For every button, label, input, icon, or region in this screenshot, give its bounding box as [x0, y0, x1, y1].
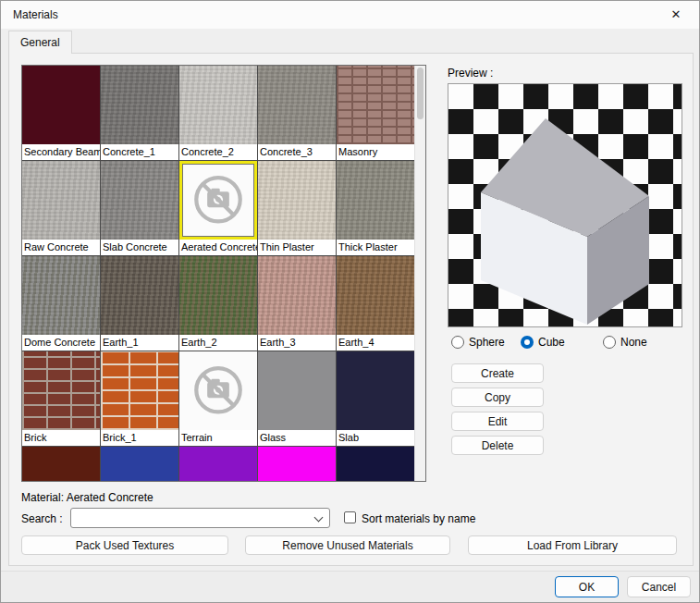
material-thumbnail — [258, 447, 336, 481]
edit-button[interactable]: Edit — [451, 412, 544, 431]
chevron-down-icon[interactable] — [314, 513, 324, 523]
material-thumbnail — [337, 161, 414, 240]
radio-none-icon — [603, 336, 616, 349]
radio-sphere-label: Sphere — [469, 336, 505, 349]
radio-cube-icon — [521, 336, 534, 349]
materials-grid: Secondary BeamConcrete_1Concrete_2Concre… — [22, 66, 414, 481]
material-thumbnail — [22, 66, 100, 144]
material-tile[interactable]: Slab Concrete — [101, 161, 178, 255]
material-tile[interactable]: Earth_3 — [258, 256, 336, 351]
material-name: Earth_1 — [101, 335, 178, 351]
preview-cube-render — [448, 84, 682, 326]
delete-button[interactable]: Delete — [451, 436, 544, 455]
material-tile[interactable]: Dome Concrete — [22, 256, 100, 351]
material-thumbnail — [179, 66, 257, 144]
cancel-button[interactable]: Cancel — [627, 576, 691, 597]
radio-none[interactable]: None — [603, 336, 647, 349]
material-tile[interactable]: Glass — [258, 351, 336, 446]
tab-general-label: General — [20, 36, 60, 49]
ok-button[interactable]: OK — [555, 576, 619, 597]
material-thumbnail — [101, 351, 178, 430]
material-thumbnail — [22, 447, 100, 481]
material-thumbnail — [22, 256, 100, 335]
material-tile[interactable]: Terrain — [179, 351, 257, 446]
missing-texture-icon — [179, 161, 257, 240]
close-icon[interactable]: ✕ — [658, 1, 694, 29]
material-tile[interactable]: Slab — [337, 351, 414, 446]
material-name: Thin Plaster — [258, 240, 336, 255]
titlebar: Materials ✕ — [1, 1, 699, 29]
materials-dialog: Materials ✕ General Secondary BeamConcre… — [0, 0, 700, 603]
material-tile[interactable]: Thick Plaster — [337, 161, 414, 255]
material-tile[interactable] — [258, 447, 336, 481]
material-tile[interactable]: Raw Concrete — [22, 161, 100, 255]
material-thumbnail — [337, 256, 414, 335]
current-material-label: Material: Aerated Concrete — [21, 491, 154, 504]
material-tile[interactable]: Concrete_1 — [101, 66, 178, 160]
material-tile[interactable]: Earth_1 — [101, 256, 178, 351]
material-tile[interactable]: Earth_2 — [179, 256, 257, 351]
preview-label: Preview : — [448, 67, 493, 80]
copy-button[interactable]: Copy — [451, 388, 544, 407]
material-tile[interactable]: Secondary Beam — [22, 66, 100, 160]
material-tile[interactable] — [101, 447, 178, 481]
material-tile[interactable]: Brick_1 — [101, 351, 178, 446]
material-thumbnail — [337, 66, 414, 144]
radio-cube-label: Cube — [538, 336, 565, 349]
material-name: Brick — [22, 430, 100, 446]
material-thumbnail — [179, 447, 257, 481]
material-tile[interactable]: Aerated Concrete — [179, 161, 257, 255]
material-name: Earth_4 — [337, 335, 414, 351]
material-name: Slab Concrete — [101, 240, 178, 255]
material-thumbnail — [258, 161, 336, 240]
material-tile[interactable]: Thin Plaster — [258, 161, 336, 255]
preview-viewport — [448, 83, 682, 327]
radio-cube[interactable]: Cube — [521, 336, 565, 349]
material-name: Slab — [337, 430, 414, 446]
search-label: Search : — [21, 512, 63, 525]
material-name: Raw Concrete — [22, 240, 100, 255]
material-thumbnail — [101, 66, 178, 144]
pack-used-textures-button[interactable]: Pack Used Textures — [21, 535, 228, 555]
scrollbar-thumb[interactable] — [417, 68, 424, 119]
material-name: Earth_2 — [179, 335, 257, 351]
material-name: Aerated Concrete — [179, 240, 257, 255]
tab-general[interactable]: General — [8, 31, 72, 54]
missing-texture-icon — [179, 351, 257, 430]
radio-sphere[interactable]: Sphere — [451, 336, 505, 349]
material-name: Concrete_2 — [179, 144, 257, 160]
material-name: Concrete_1 — [101, 144, 178, 160]
material-name: Earth_3 — [258, 335, 336, 351]
material-name: Terrain — [179, 430, 257, 446]
material-tile[interactable] — [22, 447, 100, 481]
material-tile[interactable]: Masonry — [337, 66, 414, 160]
material-thumbnail — [337, 351, 414, 430]
search-input[interactable] — [75, 510, 306, 526]
remove-unused-materials-button[interactable]: Remove Unused Materials — [245, 535, 450, 555]
material-tile[interactable] — [337, 447, 414, 481]
load-from-library-button[interactable]: Load From Library — [468, 535, 677, 555]
sort-by-name-label: Sort materials by name — [362, 512, 475, 525]
material-name: Concrete_3 — [258, 144, 336, 160]
materials-list-panel: Secondary BeamConcrete_1Concrete_2Concre… — [21, 65, 426, 482]
create-button[interactable]: Create — [451, 363, 544, 383]
material-tile[interactable]: Earth_4 — [337, 256, 414, 351]
radio-sphere-icon — [451, 336, 464, 349]
radio-none-label: None — [620, 336, 647, 349]
material-thumbnail — [101, 447, 178, 481]
material-name: Brick_1 — [101, 430, 178, 446]
material-thumbnail — [258, 351, 336, 430]
material-thumbnail — [179, 256, 257, 335]
material-name: Thick Plaster — [337, 240, 414, 255]
material-tile[interactable] — [179, 447, 257, 481]
material-tile[interactable]: Concrete_2 — [179, 66, 257, 160]
material-thumbnail — [22, 161, 100, 240]
material-tile[interactable]: Concrete_3 — [258, 66, 336, 160]
material-tile[interactable]: Brick — [22, 351, 100, 446]
search-combobox[interactable] — [70, 508, 330, 528]
material-thumbnail — [101, 161, 178, 240]
materials-scrollbar[interactable] — [414, 66, 425, 481]
window-title: Materials — [13, 8, 58, 21]
sort-by-name-checkbox[interactable] — [344, 511, 356, 523]
material-thumbnail — [22, 351, 100, 430]
